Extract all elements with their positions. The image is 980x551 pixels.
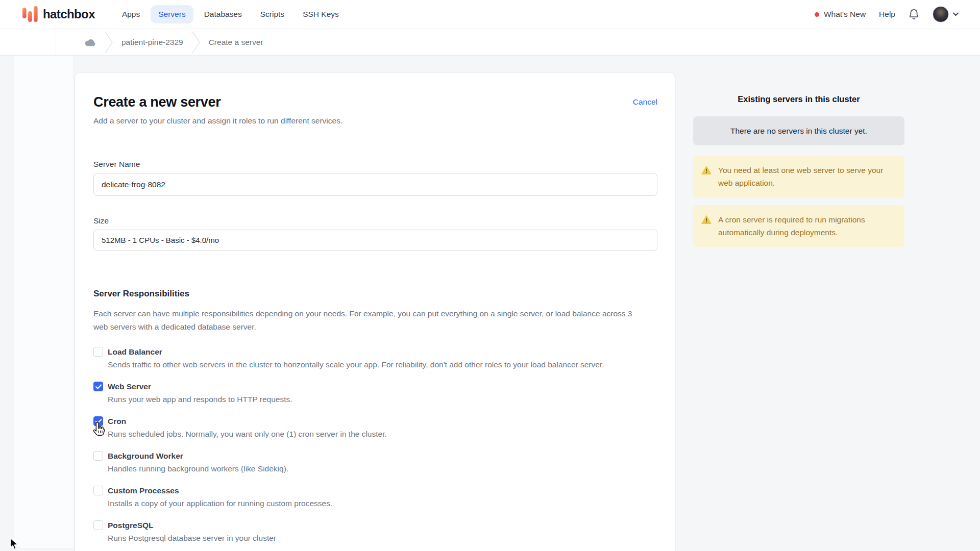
help-link[interactable]: Help xyxy=(879,10,895,19)
role-label[interactable]: Load Balancer xyxy=(108,347,162,357)
whats-new-link[interactable]: What's New xyxy=(815,10,866,19)
responsibilities-heading: Server Responsibilities xyxy=(93,289,657,299)
hatchbox-logo-icon xyxy=(22,6,38,23)
warning-icon xyxy=(701,165,712,189)
warning-icon xyxy=(701,215,712,239)
role-label[interactable]: Web Server xyxy=(108,382,151,391)
cancel-button[interactable]: Cancel xyxy=(633,97,657,107)
nav-item-databases[interactable]: Databases xyxy=(197,5,250,23)
role-label[interactable]: Custom Processes xyxy=(108,486,179,495)
notification-dot xyxy=(815,12,819,17)
cluster-sidebar: Existing servers in this cluster There a… xyxy=(693,72,904,247)
chevron-down-icon xyxy=(953,12,959,16)
divider xyxy=(93,139,657,139)
hand-cursor xyxy=(92,421,106,440)
size-label: Size xyxy=(93,216,657,226)
nav-item-apps[interactable]: Apps xyxy=(114,5,148,23)
role-row-custom-processes: Custom Processes Installs a copy of your… xyxy=(93,486,657,508)
warning-cron-server: A cron server is required to run migrati… xyxy=(693,205,904,247)
role-row-load-balancer: Load Balancer Sends traffic to other web… xyxy=(93,347,657,369)
role-row-cron: Cron Runs scheduled jobs. Normally, you … xyxy=(93,416,657,439)
cloud-icon[interactable] xyxy=(84,38,96,46)
primary-nav: Apps Servers Databases Scripts SSH Keys xyxy=(114,5,347,23)
nav-item-ssh-keys[interactable]: SSH Keys xyxy=(295,5,347,23)
role-label[interactable]: Background Worker xyxy=(108,452,183,461)
account-menu[interactable] xyxy=(933,6,959,22)
empty-servers-notice: There are no servers in this cluster yet… xyxy=(693,116,904,145)
top-nav: hatchbox Apps Servers Databases Scripts … xyxy=(0,0,980,29)
role-description: Runs your web app and responds to HTTP r… xyxy=(108,395,657,404)
web-server-checkbox[interactable] xyxy=(93,382,103,391)
nav-item-servers[interactable]: Servers xyxy=(151,5,193,23)
breadcrumb-cluster-link[interactable]: patient-pine-2329 xyxy=(121,38,183,47)
warning-text: You need at least one web server to serv… xyxy=(718,164,895,189)
role-description: Sends traffic to other web servers in th… xyxy=(108,360,657,369)
page-subtitle: Add a server to your cluster and assign … xyxy=(93,116,657,126)
breadcrumb-current-page: Create a server xyxy=(209,38,263,47)
sidebar-heading: Existing servers in this cluster xyxy=(693,94,904,104)
role-list: Load Balancer Sends traffic to other web… xyxy=(93,347,657,543)
server-name-input[interactable] xyxy=(93,173,657,196)
nav-right: What's New Help xyxy=(815,6,959,22)
nav-item-scripts[interactable]: Scripts xyxy=(253,5,292,23)
role-row-web-server: Web Server Runs your web app and respond… xyxy=(93,382,657,404)
warning-web-server: You need at least one web server to serv… xyxy=(693,156,904,197)
page-title: Create a new server xyxy=(93,94,220,110)
breadcrumb-separator-icon xyxy=(192,31,200,54)
whats-new-label: What's New xyxy=(824,10,866,19)
load-balancer-checkbox[interactable] xyxy=(93,347,103,357)
hatchbox-logo[interactable]: hatchbox xyxy=(22,6,95,23)
size-select[interactable]: 512MB - 1 CPUs - Basic - $4.0/mo xyxy=(93,230,657,251)
role-description: Handles running background workers (like… xyxy=(108,464,657,473)
divider xyxy=(93,266,657,266)
card-header: Create a new server Cancel xyxy=(93,94,657,110)
role-label[interactable]: PostgreSQL xyxy=(108,521,154,530)
background-worker-checkbox[interactable] xyxy=(93,451,103,461)
logo-text: hatchbox xyxy=(43,7,95,21)
custom-processes-checkbox[interactable] xyxy=(93,486,103,495)
role-description: Installs a copy of your application for … xyxy=(108,499,657,508)
breadcrumb: patient-pine-2329 Create a server xyxy=(0,29,980,56)
create-server-card: Create a new server Cancel Add a server … xyxy=(75,72,675,551)
warning-text: A cron server is required to run migrati… xyxy=(718,213,895,239)
bell-icon[interactable] xyxy=(909,8,919,20)
role-label[interactable]: Cron xyxy=(108,417,126,426)
role-row-postgresql: PostgreSQL Runs Postgresql database serv… xyxy=(93,520,657,543)
avatar xyxy=(933,6,949,22)
role-description: Runs scheduled jobs. Normally, you want … xyxy=(108,430,657,439)
role-description: Runs Postgresql database server in your … xyxy=(108,534,657,543)
server-name-label: Server Name xyxy=(93,160,657,169)
cron-checkbox[interactable] xyxy=(93,416,103,426)
role-row-background-worker: Background Worker Handles running backgr… xyxy=(93,451,657,473)
main-content: Create a new server Cancel Add a server … xyxy=(0,56,980,551)
postgresql-checkbox[interactable] xyxy=(93,520,103,530)
responsibilities-description: Each server can have multiple responsibi… xyxy=(93,307,645,334)
breadcrumb-separator-icon xyxy=(105,31,113,54)
breadcrumb-left-pad xyxy=(0,29,56,55)
